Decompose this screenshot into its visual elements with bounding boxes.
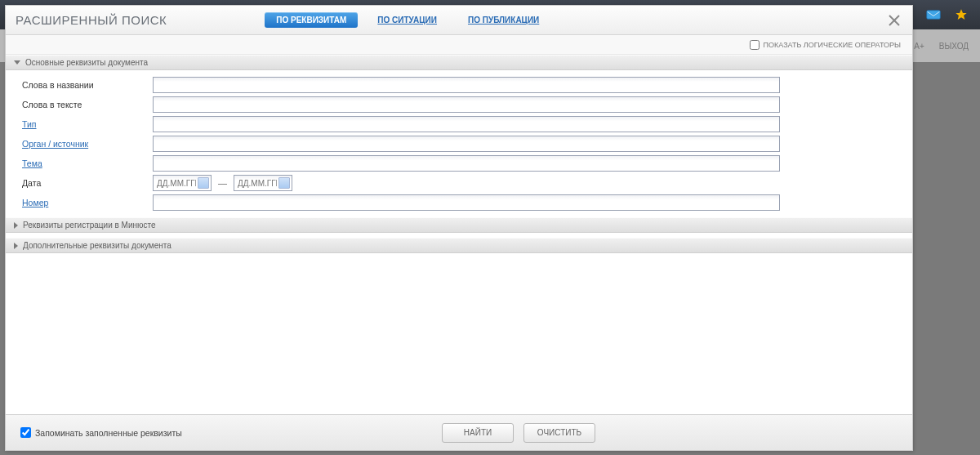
section-main-requisites[interactable]: Основные реквизиты документа xyxy=(6,55,912,70)
remember-filled-label: Запоминать заполненные реквизиты xyxy=(35,428,182,438)
search-mode-tabs: ПО РЕКВИЗИТАМ ПО СИТУАЦИИ ПО ПУБЛИКАЦИИ xyxy=(265,12,550,28)
date-range: — xyxy=(153,175,292,191)
mail-icon[interactable] xyxy=(926,7,941,22)
section-additional-requisites[interactable]: Дополнительные реквизиты документа xyxy=(6,238,912,253)
input-organ[interactable] xyxy=(153,136,780,152)
date-from-input[interactable] xyxy=(154,179,196,188)
modal-header: РАСШИРЕННЫЙ ПОИСК ПО РЕКВИЗИТАМ ПО СИТУА… xyxy=(6,6,912,35)
show-logical-ops-label: ПОКАЗАТЬ ЛОГИЧЕСКИЕ ОПЕРАТОРЫ xyxy=(764,41,901,49)
advanced-search-modal: РАСШИРЕННЫЙ ПОИСК ПО РЕКВИЗИТАМ ПО СИТУА… xyxy=(5,5,913,451)
row-type: Тип xyxy=(6,114,912,134)
section-main-label: Основные реквизиты документа xyxy=(25,58,148,67)
clear-button[interactable]: ОЧИСТИТЬ xyxy=(523,423,595,443)
date-to-input[interactable] xyxy=(234,179,277,188)
input-topic[interactable] xyxy=(153,155,780,172)
row-words-text: Слова в тексте xyxy=(6,95,912,114)
chevron-down-icon xyxy=(14,60,20,65)
label-words-text: Слова в тексте xyxy=(6,100,153,109)
input-words-text[interactable] xyxy=(153,96,780,113)
section-justice-registration[interactable]: Реквизиты регистрации в Минюсте xyxy=(6,217,912,233)
row-date: Дата — xyxy=(6,173,912,193)
date-from-wrap xyxy=(153,175,212,191)
tab-situation[interactable]: ПО СИТУАЦИИ xyxy=(366,12,448,28)
row-number: Номер xyxy=(6,193,912,212)
calendar-icon[interactable] xyxy=(198,177,209,189)
logout-link[interactable]: ВЫХОД xyxy=(939,42,969,51)
section-extra-label: Дополнительные реквизиты документа xyxy=(23,241,172,250)
chevron-right-icon xyxy=(14,222,18,229)
main-form-area: Слова в названии Слова в тексте Тип Орга… xyxy=(6,70,912,217)
remember-filled-checkbox[interactable] xyxy=(20,427,31,438)
tab-requisites[interactable]: ПО РЕКВИЗИТАМ xyxy=(265,12,358,28)
modal-footer: Запоминать заполненные реквизиты НАЙТИ О… xyxy=(6,414,912,450)
row-words-title: Слова в названии xyxy=(6,75,912,95)
label-date: Дата xyxy=(6,178,153,188)
remember-filled-wrap[interactable]: Запоминать заполненные реквизиты xyxy=(20,427,182,438)
input-words-title[interactable] xyxy=(153,77,780,93)
find-button[interactable]: НАЙТИ xyxy=(442,423,514,443)
operators-toggle-row: ПОКАЗАТЬ ЛОГИЧЕСКИЕ ОПЕРАТОРЫ xyxy=(6,35,912,55)
date-to-wrap xyxy=(234,175,292,191)
row-topic: Тема xyxy=(6,154,912,173)
label-number[interactable]: Номер xyxy=(6,198,153,207)
close-button[interactable] xyxy=(886,12,902,29)
section-justice-label: Реквизиты регистрации в Минюсте xyxy=(23,221,156,230)
calendar-icon[interactable] xyxy=(278,177,290,189)
svg-rect-0 xyxy=(927,11,941,20)
label-topic[interactable]: Тема xyxy=(6,158,153,168)
footer-buttons: НАЙТИ ОЧИСТИТЬ xyxy=(442,423,595,443)
label-organ[interactable]: Орган / источник xyxy=(6,139,153,149)
label-type[interactable]: Тип xyxy=(6,119,153,129)
input-number[interactable] xyxy=(153,194,780,211)
tab-publication[interactable]: ПО ПУБЛИКАЦИИ xyxy=(457,12,550,28)
input-type[interactable] xyxy=(153,116,780,132)
chevron-right-icon xyxy=(14,243,18,249)
label-words-title: Слова в названии xyxy=(6,80,153,90)
close-icon xyxy=(888,14,901,27)
date-separator: — xyxy=(218,178,227,188)
row-organ: Орган / источник xyxy=(6,134,912,154)
modal-title: РАСШИРЕННЫЙ ПОИСК xyxy=(16,13,167,27)
show-logical-ops-checkbox[interactable] xyxy=(750,40,760,50)
star-icon[interactable] xyxy=(954,7,969,22)
font-increase-button[interactable]: A+ xyxy=(914,42,924,51)
